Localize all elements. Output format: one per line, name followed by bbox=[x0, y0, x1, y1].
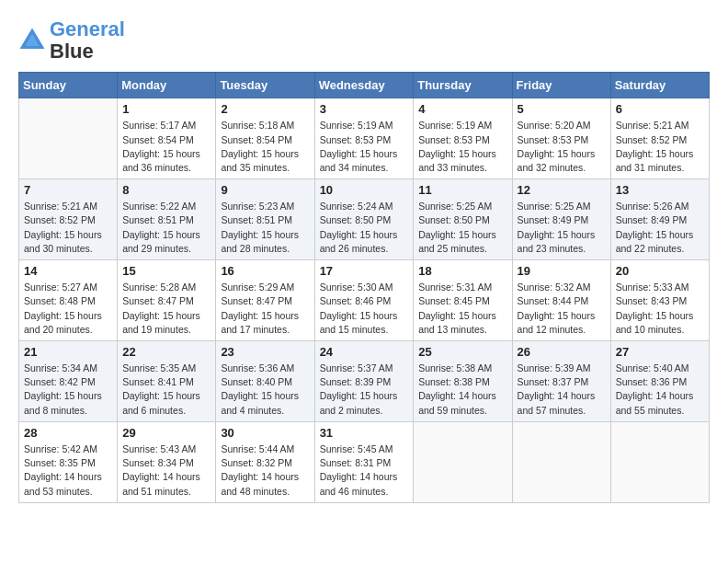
day-number: 9 bbox=[221, 183, 309, 197]
day-number: 14 bbox=[24, 264, 112, 278]
calendar-cell: 20Sunrise: 5:33 AMSunset: 8:43 PMDayligh… bbox=[610, 260, 709, 341]
calendar-cell: 14Sunrise: 5:27 AMSunset: 8:48 PMDayligh… bbox=[19, 260, 118, 341]
weekday-header-row: SundayMondayTuesdayWednesdayThursdayFrid… bbox=[19, 73, 710, 98]
day-info: Sunrise: 5:28 AMSunset: 8:47 PMDaylight:… bbox=[122, 281, 210, 337]
calendar-cell: 8Sunrise: 5:22 AMSunset: 8:51 PMDaylight… bbox=[118, 179, 216, 260]
weekday-header-sunday: Sunday bbox=[19, 73, 118, 98]
calendar-cell: 16Sunrise: 5:29 AMSunset: 8:47 PMDayligh… bbox=[216, 260, 314, 341]
day-info: Sunrise: 5:39 AMSunset: 8:37 PMDaylight:… bbox=[518, 362, 606, 418]
weekday-header-monday: Monday bbox=[118, 73, 216, 98]
day-number: 20 bbox=[616, 264, 704, 278]
calendar-cell: 10Sunrise: 5:24 AMSunset: 8:50 PMDayligh… bbox=[314, 179, 414, 260]
calendar-cell: 23Sunrise: 5:36 AMSunset: 8:40 PMDayligh… bbox=[216, 341, 314, 422]
day-number: 30 bbox=[221, 426, 309, 440]
day-info: Sunrise: 5:19 AMSunset: 8:53 PMDaylight:… bbox=[320, 119, 409, 175]
calendar-cell: 5Sunrise: 5:20 AMSunset: 8:53 PMDaylight… bbox=[512, 98, 610, 179]
calendar-cell: 25Sunrise: 5:38 AMSunset: 8:38 PMDayligh… bbox=[414, 341, 512, 422]
day-number: 3 bbox=[320, 102, 409, 116]
calendar-cell: 31Sunrise: 5:45 AMSunset: 8:31 PMDayligh… bbox=[314, 421, 414, 502]
calendar-cell: 28Sunrise: 5:42 AMSunset: 8:35 PMDayligh… bbox=[19, 421, 118, 502]
day-info: Sunrise: 5:42 AMSunset: 8:35 PMDaylight:… bbox=[24, 442, 112, 499]
day-info: Sunrise: 5:25 AMSunset: 8:49 PMDaylight:… bbox=[518, 200, 606, 256]
calendar-table: SundayMondayTuesdayWednesdayThursdayFrid… bbox=[18, 72, 710, 502]
day-info: Sunrise: 5:23 AMSunset: 8:51 PMDaylight:… bbox=[221, 200, 309, 256]
day-number: 2 bbox=[221, 102, 309, 116]
calendar-cell: 3Sunrise: 5:19 AMSunset: 8:53 PMDaylight… bbox=[314, 98, 414, 179]
day-number: 24 bbox=[320, 345, 409, 359]
day-info: Sunrise: 5:25 AMSunset: 8:50 PMDaylight:… bbox=[418, 200, 506, 256]
day-number: 26 bbox=[518, 345, 606, 359]
page-header: General Blue bbox=[18, 18, 710, 63]
week-row-2: 7Sunrise: 5:21 AMSunset: 8:52 PMDaylight… bbox=[19, 179, 710, 260]
day-number: 19 bbox=[518, 264, 606, 278]
weekday-header-friday: Friday bbox=[512, 73, 610, 98]
calendar-cell: 13Sunrise: 5:26 AMSunset: 8:49 PMDayligh… bbox=[610, 179, 709, 260]
day-info: Sunrise: 5:34 AMSunset: 8:42 PMDaylight:… bbox=[24, 362, 112, 418]
day-info: Sunrise: 5:45 AMSunset: 8:31 PMDaylight:… bbox=[320, 442, 409, 499]
day-info: Sunrise: 5:27 AMSunset: 8:48 PMDaylight:… bbox=[24, 281, 112, 337]
day-info: Sunrise: 5:18 AMSunset: 8:54 PMDaylight:… bbox=[221, 119, 309, 175]
day-info: Sunrise: 5:17 AMSunset: 8:54 PMDaylight:… bbox=[122, 119, 210, 175]
day-number: 6 bbox=[616, 102, 704, 116]
day-info: Sunrise: 5:44 AMSunset: 8:32 PMDaylight:… bbox=[221, 442, 309, 499]
calendar-cell: 26Sunrise: 5:39 AMSunset: 8:37 PMDayligh… bbox=[512, 341, 610, 422]
calendar-cell: 29Sunrise: 5:43 AMSunset: 8:34 PMDayligh… bbox=[118, 421, 216, 502]
week-row-4: 21Sunrise: 5:34 AMSunset: 8:42 PMDayligh… bbox=[19, 341, 710, 422]
day-number: 28 bbox=[24, 426, 112, 440]
day-number: 31 bbox=[320, 426, 409, 440]
calendar-cell: 27Sunrise: 5:40 AMSunset: 8:36 PMDayligh… bbox=[610, 341, 709, 422]
week-row-1: 1Sunrise: 5:17 AMSunset: 8:54 PMDaylight… bbox=[19, 98, 710, 179]
day-number: 25 bbox=[418, 345, 506, 359]
day-info: Sunrise: 5:37 AMSunset: 8:39 PMDaylight:… bbox=[320, 362, 409, 418]
weekday-header-saturday: Saturday bbox=[610, 73, 709, 98]
day-number: 27 bbox=[616, 345, 704, 359]
day-number: 10 bbox=[320, 183, 409, 197]
day-info: Sunrise: 5:30 AMSunset: 8:46 PMDaylight:… bbox=[320, 281, 409, 337]
day-info: Sunrise: 5:31 AMSunset: 8:45 PMDaylight:… bbox=[418, 281, 506, 337]
day-info: Sunrise: 5:26 AMSunset: 8:49 PMDaylight:… bbox=[616, 200, 704, 256]
weekday-header-tuesday: Tuesday bbox=[216, 73, 314, 98]
page-container: General Blue SundayMondayTuesdayWednesda… bbox=[18, 18, 710, 503]
day-info: Sunrise: 5:22 AMSunset: 8:51 PMDaylight:… bbox=[122, 200, 210, 256]
logo-icon bbox=[18, 27, 46, 54]
day-number: 15 bbox=[122, 264, 210, 278]
calendar-cell: 9Sunrise: 5:23 AMSunset: 8:51 PMDaylight… bbox=[216, 179, 314, 260]
calendar-cell bbox=[610, 421, 709, 502]
calendar-cell: 22Sunrise: 5:35 AMSunset: 8:41 PMDayligh… bbox=[118, 341, 216, 422]
calendar-cell: 18Sunrise: 5:31 AMSunset: 8:45 PMDayligh… bbox=[414, 260, 512, 341]
calendar-cell: 30Sunrise: 5:44 AMSunset: 8:32 PMDayligh… bbox=[216, 421, 314, 502]
day-info: Sunrise: 5:21 AMSunset: 8:52 PMDaylight:… bbox=[24, 200, 112, 256]
calendar-cell bbox=[512, 421, 610, 502]
weekday-header-wednesday: Wednesday bbox=[314, 73, 414, 98]
day-number: 11 bbox=[418, 183, 506, 197]
week-row-3: 14Sunrise: 5:27 AMSunset: 8:48 PMDayligh… bbox=[19, 260, 710, 341]
day-info: Sunrise: 5:21 AMSunset: 8:52 PMDaylight:… bbox=[616, 119, 704, 175]
day-number: 23 bbox=[221, 345, 309, 359]
day-number: 1 bbox=[122, 102, 210, 116]
day-number: 8 bbox=[122, 183, 210, 197]
day-number: 13 bbox=[616, 183, 704, 197]
calendar-cell: 2Sunrise: 5:18 AMSunset: 8:54 PMDaylight… bbox=[216, 98, 314, 179]
day-info: Sunrise: 5:40 AMSunset: 8:36 PMDaylight:… bbox=[616, 362, 704, 418]
week-row-5: 28Sunrise: 5:42 AMSunset: 8:35 PMDayligh… bbox=[19, 421, 710, 502]
calendar-cell: 17Sunrise: 5:30 AMSunset: 8:46 PMDayligh… bbox=[314, 260, 414, 341]
calendar-cell bbox=[414, 421, 512, 502]
day-info: Sunrise: 5:20 AMSunset: 8:53 PMDaylight:… bbox=[518, 119, 606, 175]
logo: General Blue bbox=[18, 18, 125, 63]
day-number: 21 bbox=[24, 345, 112, 359]
day-info: Sunrise: 5:29 AMSunset: 8:47 PMDaylight:… bbox=[221, 281, 309, 337]
day-number: 12 bbox=[518, 183, 606, 197]
day-info: Sunrise: 5:24 AMSunset: 8:50 PMDaylight:… bbox=[320, 200, 409, 256]
day-info: Sunrise: 5:19 AMSunset: 8:53 PMDaylight:… bbox=[418, 119, 506, 175]
day-number: 29 bbox=[122, 426, 210, 440]
calendar-cell: 24Sunrise: 5:37 AMSunset: 8:39 PMDayligh… bbox=[314, 341, 414, 422]
day-number: 17 bbox=[320, 264, 409, 278]
day-number: 22 bbox=[122, 345, 210, 359]
day-number: 4 bbox=[418, 102, 506, 116]
calendar-cell bbox=[19, 98, 118, 179]
calendar-cell: 12Sunrise: 5:25 AMSunset: 8:49 PMDayligh… bbox=[512, 179, 610, 260]
day-info: Sunrise: 5:38 AMSunset: 8:38 PMDaylight:… bbox=[418, 362, 506, 418]
calendar-cell: 11Sunrise: 5:25 AMSunset: 8:50 PMDayligh… bbox=[414, 179, 512, 260]
calendar-cell: 1Sunrise: 5:17 AMSunset: 8:54 PMDaylight… bbox=[118, 98, 216, 179]
day-number: 5 bbox=[518, 102, 606, 116]
